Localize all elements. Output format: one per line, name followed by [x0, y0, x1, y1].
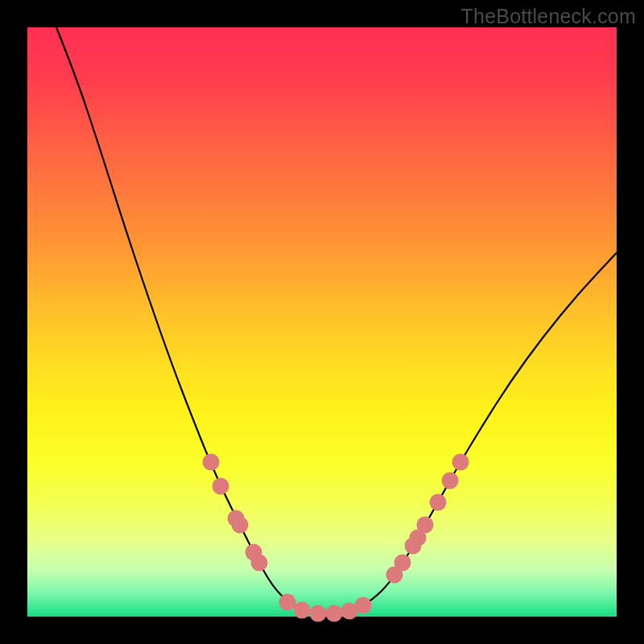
marker-dot [203, 454, 220, 471]
marker-dot [452, 454, 469, 471]
marker-dot [279, 594, 296, 611]
marker-dot [442, 473, 459, 489]
plot-area [27, 27, 617, 617]
chart-frame: TheBottleneck.com [0, 0, 644, 644]
watermark-text: TheBottleneck.com [461, 5, 636, 28]
marker-dot [326, 605, 343, 622]
marker-group [203, 454, 469, 622]
marker-dot [394, 555, 411, 572]
bottleneck-curve [56, 27, 617, 613]
marker-dot [294, 602, 311, 619]
marker-dot [417, 517, 434, 534]
marker-dot [213, 478, 229, 495]
marker-dot [355, 597, 372, 614]
marker-dot [430, 494, 447, 511]
curve-svg [27, 27, 617, 617]
marker-dot [232, 517, 249, 534]
marker-dot [251, 555, 268, 572]
marker-dot [310, 605, 327, 622]
